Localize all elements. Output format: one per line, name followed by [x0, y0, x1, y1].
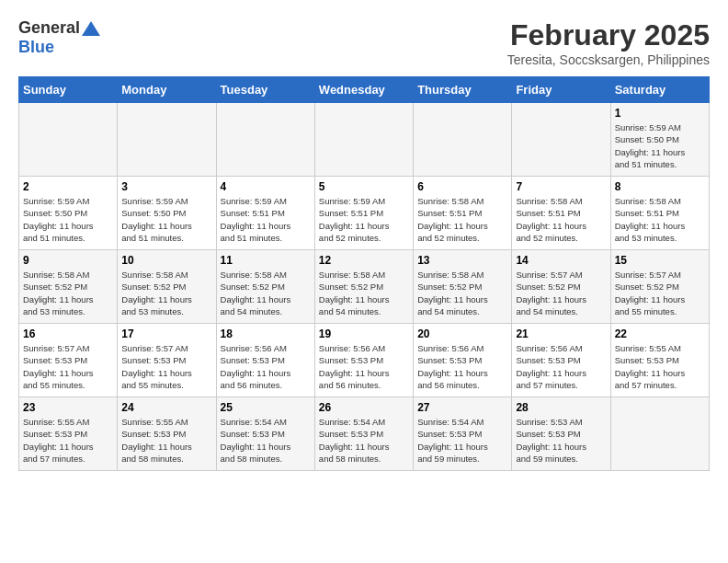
day-cell — [216, 103, 314, 177]
day-number: 19 — [319, 327, 409, 340]
day-cell: 10Sunrise: 5:58 AM Sunset: 5:52 PM Dayli… — [118, 250, 216, 324]
day-number: 12 — [319, 254, 409, 267]
day-detail: Sunrise: 5:55 AM Sunset: 5:53 PM Dayligh… — [121, 416, 211, 465]
calendar-title: February 2025 — [507, 18, 710, 52]
logo-blue-text: Blue — [18, 38, 54, 56]
day-number: 20 — [417, 327, 507, 340]
day-detail: Sunrise: 5:58 AM Sunset: 5:52 PM Dayligh… — [319, 269, 409, 317]
day-detail: Sunrise: 5:53 AM Sunset: 5:53 PM Dayligh… — [516, 416, 606, 465]
day-cell: 28Sunrise: 5:53 AM Sunset: 5:53 PM Dayli… — [512, 397, 610, 471]
day-detail: Sunrise: 5:54 AM Sunset: 5:53 PM Dayligh… — [319, 416, 409, 465]
header: General Blue February 2025 Teresita, Soc… — [18, 18, 710, 67]
day-detail: Sunrise: 5:57 AM Sunset: 5:53 PM Dayligh… — [121, 342, 211, 391]
day-cell: 20Sunrise: 5:56 AM Sunset: 5:53 PM Dayli… — [414, 324, 512, 397]
day-detail: Sunrise: 5:55 AM Sunset: 5:53 PM Dayligh… — [23, 416, 113, 465]
day-header-sunday: Sunday — [19, 77, 118, 103]
day-number: 14 — [516, 254, 606, 267]
day-number: 13 — [417, 254, 507, 267]
day-number: 27 — [417, 401, 507, 414]
day-cell: 3Sunrise: 5:59 AM Sunset: 5:50 PM Daylig… — [118, 177, 216, 250]
day-detail: Sunrise: 5:58 AM Sunset: 5:51 PM Dayligh… — [417, 195, 507, 244]
svg-marker-0 — [82, 21, 100, 36]
day-number: 24 — [121, 401, 211, 414]
calendar-table: SundayMondayTuesdayWednesdayThursdayFrid… — [18, 76, 710, 471]
logo: General Blue — [18, 18, 100, 57]
day-number: 17 — [121, 327, 211, 340]
day-header-monday: Monday — [118, 77, 216, 103]
day-cell: 26Sunrise: 5:54 AM Sunset: 5:53 PM Dayli… — [314, 397, 413, 471]
day-cell: 18Sunrise: 5:56 AM Sunset: 5:53 PM Dayli… — [216, 324, 314, 397]
day-cell: 27Sunrise: 5:54 AM Sunset: 5:53 PM Dayli… — [414, 397, 512, 471]
day-detail: Sunrise: 5:56 AM Sunset: 5:53 PM Dayligh… — [417, 342, 507, 391]
day-cell: 23Sunrise: 5:55 AM Sunset: 5:53 PM Dayli… — [19, 397, 118, 471]
day-cell — [512, 103, 610, 177]
day-number: 1 — [615, 107, 705, 120]
day-number: 2 — [23, 180, 113, 193]
day-cell: 14Sunrise: 5:57 AM Sunset: 5:52 PM Dayli… — [512, 250, 610, 324]
day-detail: Sunrise: 5:54 AM Sunset: 5:53 PM Dayligh… — [221, 416, 311, 465]
week-row-3: 9Sunrise: 5:58 AM Sunset: 5:52 PM Daylig… — [19, 250, 710, 324]
day-cell: 9Sunrise: 5:58 AM Sunset: 5:52 PM Daylig… — [19, 250, 118, 324]
day-number: 10 — [121, 254, 211, 267]
calendar-subtitle: Teresita, Soccsksargen, Philippines — [507, 52, 710, 67]
day-detail: Sunrise: 5:57 AM Sunset: 5:53 PM Dayligh… — [23, 342, 113, 391]
day-header-wednesday: Wednesday — [314, 77, 413, 103]
day-cell — [414, 103, 512, 177]
day-cell: 16Sunrise: 5:57 AM Sunset: 5:53 PM Dayli… — [19, 324, 118, 397]
day-cell: 6Sunrise: 5:58 AM Sunset: 5:51 PM Daylig… — [414, 177, 512, 250]
day-cell: 4Sunrise: 5:59 AM Sunset: 5:51 PM Daylig… — [216, 177, 314, 250]
day-number: 23 — [23, 401, 113, 414]
day-number: 16 — [23, 327, 113, 340]
day-detail: Sunrise: 5:59 AM Sunset: 5:51 PM Dayligh… — [319, 195, 409, 244]
day-cell: 19Sunrise: 5:56 AM Sunset: 5:53 PM Dayli… — [314, 324, 413, 397]
logo-icon — [82, 19, 100, 38]
day-header-saturday: Saturday — [610, 77, 709, 103]
day-cell: 2Sunrise: 5:59 AM Sunset: 5:50 PM Daylig… — [19, 177, 118, 250]
days-header-row: SundayMondayTuesdayWednesdayThursdayFrid… — [19, 77, 710, 103]
day-number: 5 — [319, 180, 409, 193]
logo-general-text: General — [18, 18, 80, 38]
day-number: 7 — [516, 180, 606, 193]
day-detail: Sunrise: 5:57 AM Sunset: 5:52 PM Dayligh… — [615, 269, 705, 317]
day-number: 15 — [615, 254, 705, 267]
day-detail: Sunrise: 5:59 AM Sunset: 5:50 PM Dayligh… — [121, 195, 211, 244]
day-detail: Sunrise: 5:59 AM Sunset: 5:50 PM Dayligh… — [23, 195, 113, 244]
day-cell — [19, 103, 118, 177]
day-number: 26 — [319, 401, 409, 414]
day-number: 4 — [221, 180, 311, 193]
day-number: 25 — [221, 401, 311, 414]
day-detail: Sunrise: 5:57 AM Sunset: 5:52 PM Dayligh… — [516, 269, 606, 317]
day-cell: 21Sunrise: 5:56 AM Sunset: 5:53 PM Dayli… — [512, 324, 610, 397]
day-detail: Sunrise: 5:58 AM Sunset: 5:51 PM Dayligh… — [516, 195, 606, 244]
day-detail: Sunrise: 5:58 AM Sunset: 5:51 PM Dayligh… — [615, 195, 705, 244]
day-cell: 11Sunrise: 5:58 AM Sunset: 5:52 PM Dayli… — [216, 250, 314, 324]
day-cell: 17Sunrise: 5:57 AM Sunset: 5:53 PM Dayli… — [118, 324, 216, 397]
day-number: 8 — [615, 180, 705, 193]
day-cell: 13Sunrise: 5:58 AM Sunset: 5:52 PM Dayli… — [414, 250, 512, 324]
day-number: 18 — [221, 327, 311, 340]
day-cell — [610, 397, 709, 471]
day-cell: 22Sunrise: 5:55 AM Sunset: 5:53 PM Dayli… — [610, 324, 709, 397]
day-detail: Sunrise: 5:59 AM Sunset: 5:50 PM Dayligh… — [615, 121, 705, 170]
day-header-thursday: Thursday — [414, 77, 512, 103]
title-area: February 2025 Teresita, Soccsksargen, Ph… — [507, 18, 710, 67]
day-cell: 1Sunrise: 5:59 AM Sunset: 5:50 PM Daylig… — [610, 103, 709, 177]
day-cell: 12Sunrise: 5:58 AM Sunset: 5:52 PM Dayli… — [314, 250, 413, 324]
day-detail: Sunrise: 5:56 AM Sunset: 5:53 PM Dayligh… — [516, 342, 606, 391]
day-detail: Sunrise: 5:58 AM Sunset: 5:52 PM Dayligh… — [23, 269, 113, 317]
day-cell: 5Sunrise: 5:59 AM Sunset: 5:51 PM Daylig… — [314, 177, 413, 250]
week-row-4: 16Sunrise: 5:57 AM Sunset: 5:53 PM Dayli… — [19, 324, 710, 397]
day-detail: Sunrise: 5:56 AM Sunset: 5:53 PM Dayligh… — [319, 342, 409, 391]
week-row-1: 1Sunrise: 5:59 AM Sunset: 5:50 PM Daylig… — [19, 103, 710, 177]
day-detail: Sunrise: 5:55 AM Sunset: 5:53 PM Dayligh… — [615, 342, 705, 391]
week-row-5: 23Sunrise: 5:55 AM Sunset: 5:53 PM Dayli… — [19, 397, 710, 471]
day-cell: 8Sunrise: 5:58 AM Sunset: 5:51 PM Daylig… — [610, 177, 709, 250]
day-number: 6 — [417, 180, 507, 193]
day-number: 9 — [23, 254, 113, 267]
day-cell: 25Sunrise: 5:54 AM Sunset: 5:53 PM Dayli… — [216, 397, 314, 471]
day-number: 11 — [221, 254, 311, 267]
day-number: 28 — [516, 401, 606, 414]
day-detail: Sunrise: 5:58 AM Sunset: 5:52 PM Dayligh… — [417, 269, 507, 317]
day-cell: 15Sunrise: 5:57 AM Sunset: 5:52 PM Dayli… — [610, 250, 709, 324]
day-cell: 24Sunrise: 5:55 AM Sunset: 5:53 PM Dayli… — [118, 397, 216, 471]
